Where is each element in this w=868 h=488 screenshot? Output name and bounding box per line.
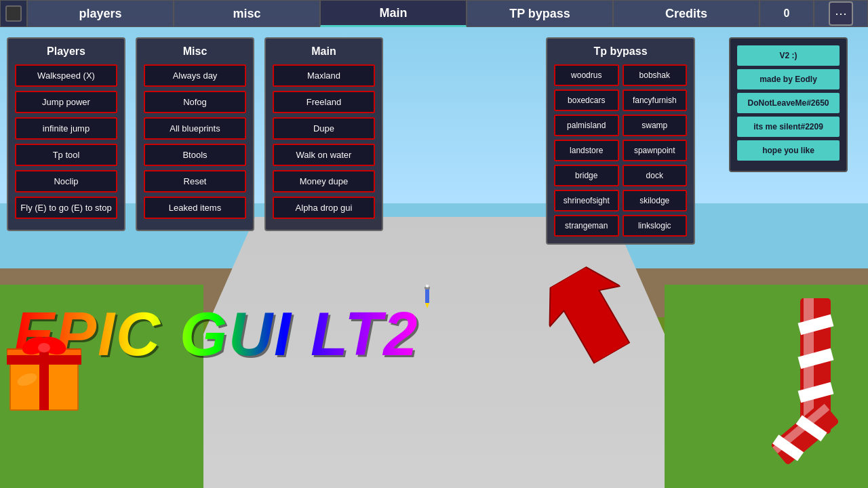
- players-btn-infinitejump[interactable]: infinite jump: [15, 117, 117, 140]
- tab-main[interactable]: Main: [320, 0, 467, 27]
- misc-btn-nofog[interactable]: Nofog: [144, 91, 246, 113]
- menu-dots-icon[interactable]: ⋯: [829, 1, 853, 26]
- main-panel-title: Main: [273, 45, 375, 58]
- players-btn-walkspeed[interactable]: Walkspeed (X): [15, 64, 117, 87]
- svg-rect-12: [426, 285, 429, 287]
- main-btn-freeland[interactable]: Freeland: [273, 91, 375, 113]
- credits-item-donotleaveme: DoNotLeaveMe#2650: [737, 93, 840, 113]
- badge-number: 0: [760, 0, 814, 27]
- tp-bypass-panel: Tp bypass woodrus bobshak boxedcars fanc…: [546, 37, 695, 245]
- main-btn-walkonwater[interactable]: Walk on water: [273, 144, 375, 166]
- players-btn-fly[interactable]: Fly (E) to go (E) to stop: [15, 197, 117, 219]
- misc-btn-btools[interactable]: Btools: [144, 144, 246, 166]
- tp-btn-dock[interactable]: dock: [623, 165, 688, 186]
- tp-btn-swamp[interactable]: swamp: [623, 115, 688, 136]
- roblox-logo: [0, 0, 27, 27]
- gift-box-icon: [7, 325, 81, 413]
- main-btn-dupe[interactable]: Dupe: [273, 117, 375, 140]
- main-panel: Main Maxland Freeland Dupe Walk on water…: [264, 37, 383, 231]
- svg-rect-4: [7, 355, 81, 365]
- tp-btn-strangeman[interactable]: strangeman: [554, 215, 619, 237]
- tp-btn-bobshak[interactable]: bobshak: [623, 64, 688, 86]
- tp-btn-fancyfurnish[interactable]: fancyfurnish: [623, 89, 688, 111]
- players-btn-tptool[interactable]: Tp tool: [15, 144, 117, 166]
- tp-btn-linkslogic[interactable]: linkslogic: [623, 215, 688, 237]
- tp-btn-skilodge[interactable]: skilodge: [623, 190, 688, 211]
- misc-btn-allblueprints[interactable]: All blueprints: [144, 117, 246, 140]
- players-btn-noclip[interactable]: Noclip: [15, 170, 117, 192]
- misc-btn-leakeditems[interactable]: Leaked items: [144, 197, 246, 219]
- tp-btn-spawnpoint[interactable]: spawnpoint: [623, 140, 688, 161]
- misc-panel-title: Misc: [144, 45, 246, 58]
- tab-credits[interactable]: Credits: [613, 0, 760, 27]
- svg-rect-9: [425, 288, 429, 303]
- svg-marker-10: [425, 303, 429, 308]
- tp-bypass-grid: woodrus bobshak boxedcars fancyfurnish p…: [554, 64, 687, 237]
- credits-panel: V2 :) made by Eodly DoNotLeaveMe#2650 it…: [729, 37, 848, 172]
- misc-btn-reset[interactable]: Reset: [144, 170, 246, 192]
- credits-item-v2: V2 :): [737, 45, 840, 66]
- tp-btn-palmisland[interactable]: palmisland: [554, 115, 619, 136]
- tp-btn-bridge[interactable]: bridge: [554, 165, 619, 186]
- tab-misc[interactable]: misc: [174, 0, 320, 27]
- pencil-icon: [420, 285, 434, 308]
- main-btn-moneydupe[interactable]: Money dupe: [273, 170, 375, 192]
- tp-btn-landstore[interactable]: landstore: [554, 140, 619, 161]
- credits-item-hopelike: hope you like: [737, 140, 840, 161]
- players-panel-title: Players: [15, 45, 117, 58]
- roblox-logo-square: [5, 5, 22, 22]
- main-btn-maxland[interactable]: Maxland: [273, 64, 375, 87]
- svg-point-7: [38, 343, 50, 352]
- panels-container: Players Walkspeed (X) Jump power infinit…: [7, 37, 383, 231]
- menu-dots-button[interactable]: ⋯: [814, 0, 868, 27]
- misc-btn-alwaysday[interactable]: Always day: [144, 64, 246, 87]
- players-btn-jumppower[interactable]: Jump power: [15, 91, 117, 113]
- misc-panel: Misc Always day Nofog All blueprints Bto…: [136, 37, 254, 231]
- tp-btn-shrineofsight[interactable]: shrineofsight: [554, 190, 619, 211]
- credits-item-silent: its me silent#2209: [737, 117, 840, 137]
- tp-bypass-title: Tp bypass: [554, 45, 687, 58]
- tp-btn-boxedcars[interactable]: boxedcars: [554, 89, 619, 111]
- credits-item-eodly: made by Eodly: [737, 69, 840, 89]
- tab-tp-bypass[interactable]: TP bypass: [467, 0, 613, 27]
- players-panel: Players Walkspeed (X) Jump power infinit…: [7, 37, 125, 231]
- top-nav: players misc Main TP bypass Credits 0 ⋯: [0, 0, 868, 27]
- candy-cane-icon: [760, 298, 868, 488]
- main-btn-alphadropgui[interactable]: Alpha drop gui: [273, 197, 375, 219]
- tp-btn-woodrus[interactable]: woodrus: [554, 64, 619, 86]
- tab-players[interactable]: players: [27, 0, 174, 27]
